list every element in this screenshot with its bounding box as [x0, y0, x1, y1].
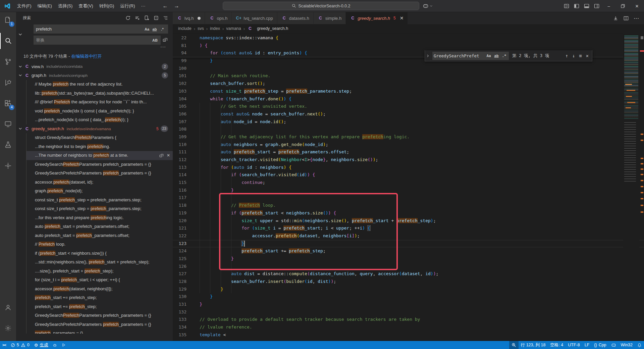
result-match-row[interactable]: prefetch_parameters = {} — [26, 329, 173, 334]
breadcrumb-item[interactable]: include — [178, 26, 192, 31]
code-line-81[interactable]: 81) { — [173, 42, 623, 50]
menu-item[interactable]: 查看(V) — [75, 3, 96, 8]
result-file-row[interactable]: Cview.hinclude\svs\core\data2 — [16, 62, 173, 71]
customize-layout-icon[interactable] — [561, 3, 572, 9]
replace-all-icon[interactable] — [163, 37, 168, 42]
result-match-row[interactable]: GreedySearchPrefetchParameters prefetch_… — [26, 311, 173, 320]
result-match-row[interactable]: void prefetch_node(Idx i) const { data_.… — [26, 107, 173, 116]
result-match-row[interactable]: prefetch_start += prefetch_step; — [26, 302, 173, 311]
replace-icon[interactable] — [159, 153, 164, 158]
run-button[interactable] — [59, 341, 68, 349]
toggle-search-details-icon[interactable]: ··· — [34, 45, 168, 49]
clear-results-icon[interactable] — [135, 15, 140, 20]
breadcrumb-item[interactable]: svs — [198, 26, 204, 31]
activity-item-run-debug[interactable] — [0, 74, 16, 91]
activity-item-account[interactable] — [0, 299, 16, 315]
open-in-editor-link[interactable]: 在编辑器中打开 — [71, 54, 102, 59]
toggle-secondary-sidebar-icon[interactable] — [592, 3, 602, 9]
menu-item[interactable]: 转到(G) — [96, 3, 117, 8]
result-match-row[interactable]: ...the neighbor list to begin prefetchin… — [26, 142, 173, 151]
problems-indicator[interactable]: 5 0 — [8, 341, 32, 349]
code-line-105[interactable]: 105 // Get the next unvisited vertex. — [173, 103, 644, 110]
new-search-editor-icon[interactable] — [144, 15, 149, 20]
remote-indicator[interactable]: >< — [0, 341, 8, 349]
tab-lvq.h[interactable]: Clvq.h — [173, 12, 205, 24]
find-regex-icon[interactable]: .* — [501, 52, 507, 59]
command-center-search[interactable]: ScalableVectorSearch-0.0.2 — [223, 2, 419, 10]
whole-word-icon[interactable]: ab — [151, 26, 158, 33]
tab-ops.h[interactable]: Cops.h — [205, 12, 232, 24]
build-task-button[interactable]: ⚙ 生成 — [32, 341, 51, 349]
result-match-row[interactable]: if (prefetch_start < neighbors.size()) { — [26, 249, 173, 258]
code-line-104[interactable]: 104 while (!search_buffer.done()) { — [173, 95, 644, 103]
indentation[interactable]: 空格: 4 — [548, 341, 566, 349]
result-match-row[interactable]: const size_t prefetch_step = prefetch_pa… — [26, 196, 173, 205]
tab-simple.h[interactable]: Csimple.h — [314, 12, 346, 24]
find-next-icon[interactable]: ↓ — [572, 53, 575, 58]
result-match-row[interactable]: /// @brief Prefetch the adjacency list f… — [26, 98, 173, 107]
code-line-115[interactable]: 115 continue; — [173, 179, 644, 187]
chevron-down-icon[interactable] — [18, 64, 24, 69]
dismiss-icon[interactable]: ✕ — [167, 151, 170, 160]
breadcrumb[interactable]: include›svs›index›vamana›Cgreedy_search.… — [173, 24, 644, 33]
code-line-110[interactable]: 110 auto neighbors = graph.get_node(node… — [173, 141, 644, 149]
code-line-132[interactable]: 132 — [173, 308, 644, 316]
code-line-129[interactable]: 129 } — [173, 286, 644, 293]
copilot-status[interactable] — [609, 341, 619, 349]
code-line-101[interactable]: 101 // Main search routine. — [173, 72, 644, 80]
code-line-135[interactable]: 135template < — [173, 331, 644, 339]
result-match-row[interactable]: accessor.prefetch(dataset, id); — [26, 178, 173, 187]
result-match-row[interactable]: auto prefetch_start = prefetch_parameter… — [26, 222, 173, 231]
result-match-row[interactable]: // Prefetch loop. — [26, 240, 173, 249]
activity-item-extensions[interactable]: 4 — [0, 95, 16, 111]
tab-greedy_search.h[interactable]: Cgreedy_search.h5✕ — [346, 12, 408, 24]
result-match-row[interactable]: auto prefetch_start = prefetch_parameter… — [26, 231, 173, 240]
language-mode[interactable]: {}Cpp — [592, 341, 608, 349]
replace-input[interactable]: 替换 AB — [34, 36, 161, 45]
result-match-row[interactable]: GreedySearchPrefetchParameters prefetch_… — [26, 169, 173, 178]
code-line-131[interactable]: 131} — [173, 301, 644, 308]
code-line-130[interactable]: 130 } — [173, 293, 644, 301]
eol-indicator[interactable]: LF — [582, 341, 592, 349]
activity-item-testing[interactable] — [0, 137, 16, 153]
result-match-row[interactable]: ...The number of neighbors to prefetch a… — [26, 151, 173, 160]
refresh-icon[interactable] — [125, 15, 130, 20]
code-line-109[interactable]: 109 // Get the adjacency list for this v… — [173, 133, 644, 141]
chevron-down-icon[interactable] — [18, 73, 24, 78]
code-line-112[interactable]: 112 search_tracker.visited(Neighbor<I>{n… — [173, 156, 644, 164]
result-file-row[interactable]: Cgraph.hinclude\svs\core\graph5 — [16, 71, 173, 80]
code-line-128[interactable]: 128 search_buffer.insert(builder(id, dis… — [173, 278, 644, 286]
find-close-icon[interactable]: ✕ — [586, 53, 589, 58]
result-match-row[interactable]: ...prefetch_node(Idx i) const { data_.pr… — [26, 115, 173, 124]
activity-item-explorer[interactable]: 1 — [0, 12, 16, 28]
code-line-107[interactable]: 107 auto node_id = node.id(); — [173, 118, 644, 126]
modified-dot-icon[interactable] — [198, 17, 201, 20]
copilot-menu[interactable] — [423, 3, 433, 9]
find-replace-toggle-icon[interactable] — [425, 50, 431, 61]
encoding[interactable]: UTF-8 — [566, 341, 582, 349]
menu-item[interactable]: 选择(S) — [55, 3, 75, 8]
platform-indicator[interactable]: Win32 — [619, 341, 635, 349]
result-match-row[interactable]: for (size_t i = prefetch_start; i < uppe… — [26, 276, 173, 285]
toggle-sidebar-icon[interactable] — [572, 3, 582, 9]
menu-item[interactable]: 运行(R) — [117, 3, 138, 8]
menu-item[interactable]: 编辑(E) — [35, 3, 55, 8]
find-match-case-icon[interactable]: Aa — [485, 52, 492, 59]
code-line-111[interactable]: 111 auto prefetch_start = prefetch_param… — [173, 148, 644, 156]
result-match-row[interactable]: // Maybe prefetch the rest of the adjacn… — [26, 80, 173, 89]
code-line-133[interactable]: 133// Overload to provide a default sear… — [173, 316, 644, 323]
result-match-row[interactable]: GreedySearchPrefetchParameters prefetch_… — [26, 160, 173, 169]
cursor-position[interactable]: 行 123, 列 18 — [519, 341, 548, 349]
chevron-down-icon[interactable] — [18, 127, 24, 131]
code-line-103[interactable]: 103 const size_t prefetch_step = prefetc… — [173, 88, 644, 95]
more-actions-icon[interactable]: ··· — [634, 16, 639, 21]
result-match-row[interactable]: prefetch_start += prefetch_step; — [26, 293, 173, 302]
activity-item-source-control[interactable] — [0, 54, 16, 70]
code-line-108[interactable]: 108 — [173, 126, 644, 133]
code-line-113[interactable]: 113 for (auto id : neighbors) { — [173, 164, 644, 171]
result-match-row[interactable]: ...for this vertex and prepare prefetchi… — [26, 213, 173, 222]
activity-item-settings[interactable] — [0, 320, 16, 336]
tab-lvq_search.cpp[interactable]: C+lvq_search.cpp — [232, 12, 277, 24]
result-match-row[interactable]: GreedySearchPrefetchParameters prefetch_… — [26, 320, 173, 329]
regex-icon[interactable]: .* — [159, 26, 166, 33]
